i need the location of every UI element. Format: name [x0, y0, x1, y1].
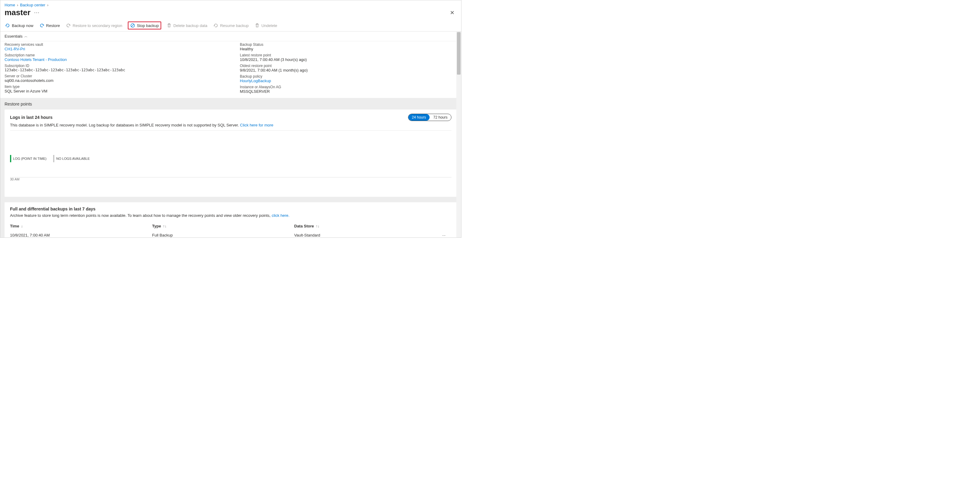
- stop-backup-label: Stop backup: [137, 23, 159, 28]
- time-range-toggle[interactable]: 24 hours 72 hours: [408, 114, 452, 121]
- cell-data-store: Vault-Standard: [294, 230, 436, 238]
- logs-card-title: Logs in last 24 hours: [10, 115, 52, 120]
- oldest-restore-point-value: 9/8/2021, 7:00:40 AM (1 month(s) ago): [240, 68, 457, 73]
- cell-time: 10/8/2021, 7:00:40 AM: [10, 230, 152, 238]
- subscription-name-link[interactable]: Contoso Hotels Tenant - Production: [5, 57, 222, 62]
- backup-status-value: Healthy: [240, 47, 457, 51]
- vault-label: Recovery services vault: [5, 43, 222, 47]
- item-type-label: Item type: [5, 85, 222, 89]
- server-value: sql00.na.contosohotels.com: [5, 78, 222, 83]
- restore-secondary-icon: [66, 23, 71, 28]
- backups-note: Archive feature to store long term reten…: [10, 213, 452, 219]
- latest-restore-point-value: 10/8/2021, 7:00:40 AM (3 hour(s) ago): [240, 57, 457, 62]
- restore-secondary-label: Restore to secondary region: [73, 23, 122, 28]
- backups-note-text: Archive feature to store long term reten…: [10, 213, 270, 218]
- backups-card: Full and differential backups in last 7 …: [5, 202, 457, 238]
- sort-icon: ↑↓: [316, 224, 320, 228]
- close-button[interactable]: ✕: [447, 8, 457, 17]
- backup-icon: [5, 23, 10, 28]
- command-bar: Backup now Restore Restore to secondary …: [0, 20, 461, 32]
- vault-link[interactable]: CH1-RV-Pri: [5, 47, 222, 51]
- instance-value: MSSQLSERVER: [240, 89, 457, 94]
- backup-status-label: Backup Status: [240, 43, 457, 47]
- backups-note-link[interactable]: click here.: [272, 213, 290, 218]
- undelete-icon: [255, 23, 259, 28]
- sort-icon: ↑↓: [163, 224, 166, 228]
- toggle-24-hours[interactable]: 24 hours: [408, 114, 430, 121]
- essentials-panel: Recovery services vault CH1-RV-Pri Subsc…: [0, 41, 461, 98]
- logs-note-text: This database is in SIMPLE recovery mode…: [10, 123, 239, 127]
- legend-no-logs: NO LOGS AVAILABLE: [53, 155, 89, 162]
- breadcrumb-home[interactable]: Home: [5, 3, 15, 7]
- axis-label: 30 AM: [10, 178, 19, 181]
- subscription-id-value: 123abc-123abc-123abc-123abc-123abc-123ab…: [5, 68, 222, 72]
- restore-label: Restore: [46, 23, 60, 28]
- stop-icon: [130, 23, 135, 28]
- legend-swatch-gray: [53, 155, 54, 162]
- logs-card: Logs in last 24 hours 24 hours 72 hours …: [5, 109, 457, 197]
- resume-backup-label: Resume backup: [220, 23, 249, 28]
- subscription-name-label: Subscription name: [5, 53, 222, 57]
- sort-icon: ↓: [21, 224, 23, 228]
- delete-icon: [167, 23, 172, 28]
- backup-policy-link[interactable]: HourlyLogBackup: [240, 79, 457, 83]
- col-type[interactable]: Type ↑↓: [152, 222, 294, 230]
- logs-timeline: 30 AM LOG (POINT IN TIME) NO LOGS AVAILA…: [10, 155, 452, 191]
- instance-label: Instance or AlwaysOn AG: [240, 85, 457, 89]
- cell-type: Full Backup: [152, 230, 294, 238]
- essentials-label: Essentials: [5, 34, 22, 38]
- restore-icon: [40, 23, 45, 28]
- backup-now-button[interactable]: Backup now: [5, 22, 34, 29]
- row-more-button[interactable]: ···: [436, 230, 452, 238]
- oldest-restore-point-label: Oldest restore point: [240, 64, 457, 68]
- chevron-right-icon: ›: [17, 3, 18, 7]
- essentials-toggle[interactable]: Essentials ︿: [0, 32, 461, 41]
- page-title: master: [5, 8, 30, 17]
- logs-note-link[interactable]: Click here for more: [240, 123, 274, 127]
- chevron-up-icon: ︿: [24, 34, 28, 38]
- server-label: Server or Cluster: [5, 74, 222, 78]
- backups-table-header: Time ↓ Type ↑↓ Data Store ↑↓: [10, 222, 452, 230]
- latest-restore-point-label: Latest restore point: [240, 53, 457, 57]
- legend-swatch-green: [10, 155, 11, 162]
- delete-backup-data-button: Delete backup data: [166, 22, 208, 29]
- logs-note: This database is in SIMPLE recovery mode…: [10, 123, 452, 131]
- resume-icon: [213, 23, 218, 28]
- undelete-label: Undelete: [261, 23, 277, 28]
- col-data-store[interactable]: Data Store ↑↓: [294, 222, 436, 230]
- legend-log-label: LOG (POINT IN TIME): [13, 157, 46, 160]
- breadcrumb-backup-center[interactable]: Backup center: [20, 3, 45, 7]
- stop-backup-button[interactable]: Stop backup: [128, 22, 161, 29]
- restore-button[interactable]: Restore: [39, 22, 61, 29]
- scrollbar[interactable]: [456, 32, 461, 238]
- delete-backup-data-label: Delete backup data: [173, 23, 207, 28]
- toggle-72-hours[interactable]: 72 hours: [430, 114, 451, 121]
- restore-secondary-button: Restore to secondary region: [65, 22, 123, 29]
- col-data-store-label: Data Store: [294, 224, 314, 228]
- backup-policy-label: Backup policy: [240, 74, 457, 79]
- item-type-value: SQL Server in Azure VM: [5, 89, 222, 94]
- col-actions: [436, 222, 452, 230]
- breadcrumb: Home › Backup center ›: [0, 0, 461, 8]
- resume-backup-button: Resume backup: [213, 22, 249, 29]
- legend-no-logs-label: NO LOGS AVAILABLE: [56, 157, 89, 160]
- col-time-label: Time: [10, 224, 19, 228]
- undelete-button: Undelete: [254, 22, 278, 29]
- chevron-right-icon: ›: [47, 3, 48, 7]
- more-actions-button[interactable]: ···: [34, 10, 40, 16]
- table-row: 10/8/2021, 7:00:40 AM Full Backup Vault-…: [10, 230, 452, 238]
- scrollbar-thumb[interactable]: [457, 32, 461, 74]
- subscription-id-label: Subscription ID: [5, 64, 222, 68]
- col-type-label: Type: [152, 224, 161, 228]
- col-time[interactable]: Time ↓: [10, 222, 152, 230]
- backup-now-label: Backup now: [12, 23, 33, 28]
- backups-card-title: Full and differential backups in last 7 …: [10, 206, 452, 211]
- restore-points-heading: Restore points: [0, 98, 461, 109]
- legend-log-point-in-time: LOG (POINT IN TIME): [10, 155, 46, 162]
